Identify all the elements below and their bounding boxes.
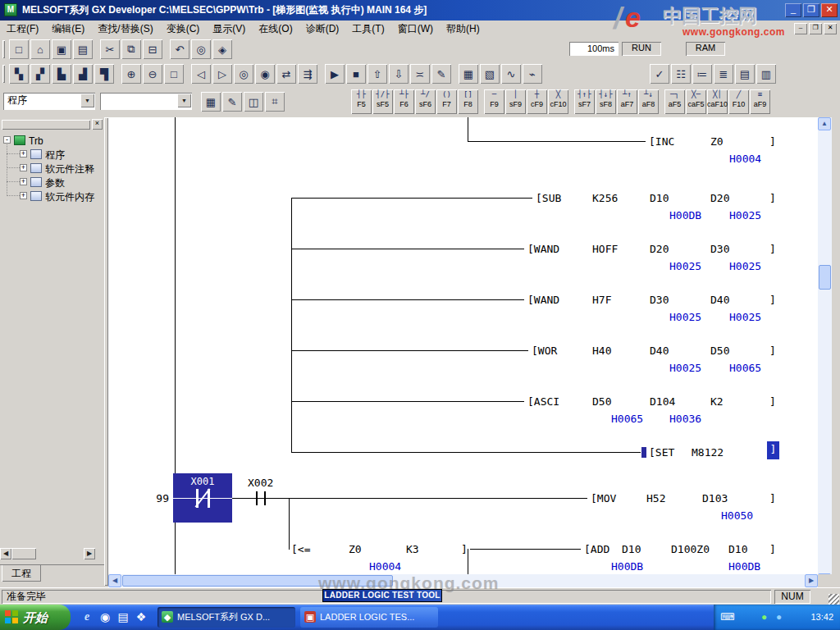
menu-tools[interactable]: 工具(T)	[345, 21, 390, 38]
keyboard-layout-icon[interactable]: ⌨	[720, 611, 734, 623]
delete-branch-caf10-button[interactable]: ╳│caF10	[707, 89, 728, 114]
alias-display-icon[interactable]: ▟	[73, 64, 93, 84]
monitor-stop-icon[interactable]: ■	[346, 64, 366, 84]
toolbar-handle[interactable]	[2, 65, 5, 83]
ladder-logic-test-tool-titlebar[interactable]: LADDER LOGIC TEST TOOL	[322, 589, 442, 602]
device-test-icon[interactable]: ✎	[431, 64, 451, 84]
macro-icon[interactable]: ▜	[94, 64, 114, 84]
menu-convert[interactable]: 变换(C)	[160, 21, 207, 38]
resize-grip[interactable]	[829, 594, 839, 605]
maximize-button[interactable]: ❐	[803, 3, 819, 17]
device-comment-icon[interactable]: ▚	[9, 64, 29, 84]
monitor-start-icon[interactable]: ▶	[325, 64, 345, 84]
find-device-icon[interactable]: ◎	[234, 64, 253, 84]
scroll-left-icon[interactable]: ◀	[108, 574, 121, 587]
tray-status-icon[interactable]: ●	[761, 611, 767, 623]
panel-grab-bar[interactable]	[2, 120, 90, 130]
show-desktop-icon[interactable]: ❖	[133, 609, 149, 625]
new-project-icon[interactable]: □	[9, 39, 29, 59]
note-icon[interactable]: ▙	[52, 64, 71, 84]
read-mode-icon[interactable]: ◫	[244, 92, 263, 112]
child-minimize-button[interactable]: –	[794, 23, 807, 34]
save-project-icon[interactable]: ▣	[52, 39, 71, 59]
horizontal-scrollbar[interactable]: ◀ ▶	[108, 574, 818, 587]
falling-pulse-branch-af8-button[interactable]: ┴↓aF8	[638, 89, 659, 114]
tree-item-device-memory[interactable]: 软元件内存	[45, 191, 94, 203]
scroll-left-icon[interactable]: ◀	[0, 548, 11, 559]
falling-pulse-sf8-button[interactable]: ┤↓├sF8	[596, 89, 616, 114]
tile-windows-icon[interactable]: ▤	[735, 64, 755, 84]
tray-network-icon[interactable]: ●	[776, 611, 782, 623]
verify-plc-icon[interactable]: ≍	[410, 64, 430, 84]
folder-icon[interactable]: ▤	[115, 609, 131, 625]
convert-icon[interactable]: ⇄	[276, 64, 296, 84]
menu-diagnostics[interactable]: 诊断(D)	[299, 21, 346, 38]
open-contact-f5-button[interactable]: ┤├F5	[351, 89, 372, 114]
tree-expand-box[interactable]: +	[20, 192, 27, 199]
tab-project[interactable]: 工程	[2, 565, 41, 582]
delete-hline-cf9-button[interactable]: ┼cF9	[527, 89, 547, 114]
read-from-plc-icon[interactable]: ⇩	[389, 64, 409, 84]
edit-cursor[interactable]: ]	[767, 441, 779, 459]
zoom-out-icon[interactable]: ⊖	[143, 64, 162, 84]
scrollbar-thumb[interactable]	[819, 265, 831, 290]
horizontal-line-f9-button[interactable]: ─F9	[484, 89, 504, 114]
find-coil-icon[interactable]: ▷	[212, 64, 232, 84]
cascade-windows-icon[interactable]: ▥	[756, 64, 776, 84]
remote-operation-icon[interactable]: ⌁	[523, 64, 542, 84]
trace-icon[interactable]: ∿	[501, 64, 521, 84]
menu-edit[interactable]: 编辑(E)	[45, 21, 91, 38]
rising-pulse-sf7-button[interactable]: ┤↑├sF7	[574, 89, 595, 114]
device-select-combo[interactable]: ▼	[100, 93, 192, 110]
copy-icon[interactable]: ⧉	[121, 39, 141, 59]
child-restore-button[interactable]: ❐	[809, 23, 822, 34]
print-icon[interactable]: ▤	[73, 39, 93, 59]
coil-f7-button[interactable]: ()F7	[436, 89, 457, 114]
ladder-mode-icon[interactable]: ▦	[201, 92, 221, 112]
start-button[interactable]: 开始	[0, 605, 71, 630]
zoom-in-icon[interactable]: ⊕	[121, 64, 141, 84]
child-close-button[interactable]: ✕	[824, 23, 837, 34]
minimize-button[interactable]: _	[785, 3, 801, 17]
chevron-down-icon[interactable]: ▼	[177, 94, 191, 107]
line-erase-af9-button[interactable]: ≡aF9	[750, 89, 770, 114]
write-to-plc-icon[interactable]: ⇧	[368, 64, 387, 84]
scroll-up-icon[interactable]: ▲	[818, 117, 831, 130]
find-contact-icon[interactable]: ◁	[191, 64, 211, 84]
find-icon[interactable]: ◎	[191, 39, 211, 59]
branch-line-af5-button[interactable]: ─┐aF5	[664, 89, 685, 114]
tree-item-device-comment[interactable]: 软元件注释	[45, 163, 94, 175]
line-draw-f10-button[interactable]: ╱F10	[728, 89, 749, 114]
ladder-canvas[interactable]: INC Z0 H0004 SUB K256 D10 D20 H00DB H002…	[108, 117, 818, 574]
taskbar-item-ladder-logic-test[interactable]: ▣ LADDER LOGIC TES...	[300, 607, 438, 628]
tree-root-label[interactable]: Trb	[29, 135, 43, 147]
tree-expand-box[interactable]: +	[20, 150, 27, 158]
internet-explorer-icon[interactable]: e	[79, 609, 95, 625]
undo-icon[interactable]: ↶	[170, 39, 189, 59]
close-button[interactable]: ✕	[821, 3, 838, 17]
selected-contact-x001[interactable]: X001	[173, 473, 232, 523]
find-replace-icon[interactable]: ◈	[212, 39, 232, 59]
title-bar[interactable]: M MELSOFT系列 GX Developer C:\MELSEC\GPPW\…	[0, 0, 840, 21]
instruction-list-mode-icon[interactable]: ✎	[222, 92, 242, 112]
menu-project[interactable]: 工程(F)	[0, 21, 45, 38]
buffer-memory-icon[interactable]: ▧	[480, 64, 500, 84]
used-device-list-icon[interactable]: ≣	[714, 64, 733, 84]
application-instruction-f8-button[interactable]: []F8	[458, 89, 478, 114]
delete-line-caf5-button[interactable]: ╳─caF5	[686, 89, 706, 114]
device-batch-monitor-icon[interactable]: ▦	[459, 64, 478, 84]
taskbar-item-gx-developer[interactable]: ◆ MELSOFT系列 GX D...	[158, 607, 295, 628]
open-project-icon[interactable]: ⌂	[30, 39, 50, 59]
delete-vline-cf10-button[interactable]: ╳cF10	[548, 89, 568, 114]
cross-reference-icon[interactable]: ≔	[692, 64, 712, 84]
taskbar-clock[interactable]: 13:42	[810, 605, 833, 630]
chevron-down-icon[interactable]: ▼	[80, 94, 94, 107]
program-select-combo[interactable]: 程序 ▼	[3, 93, 95, 110]
panel-close-icon[interactable]: ×	[92, 119, 103, 130]
menu-window[interactable]: 窗口(W)	[391, 21, 440, 38]
scrollbar-thumb[interactable]	[11, 548, 36, 559]
menu-find-replace[interactable]: 查找/替换(S)	[91, 21, 159, 38]
convert-run-icon[interactable]: ⇶	[298, 64, 317, 84]
zoom-100-icon[interactable]: □	[164, 64, 184, 84]
scroll-right-icon[interactable]: ▶	[84, 548, 95, 559]
